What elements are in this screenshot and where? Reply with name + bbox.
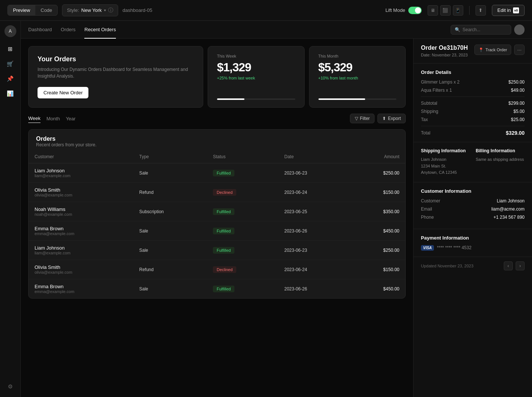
preview-tab[interactable]: Preview — [8, 5, 35, 15]
subnav-recent-orders[interactable]: Recent Orders — [84, 25, 116, 34]
billing-address: Same as shipping address — [476, 156, 525, 163]
orders-section: Orders Recent orders from your store. Cu… — [28, 129, 406, 299]
date-cell: 2023-06-24 — [278, 260, 348, 279]
type-cell: Refund — [133, 260, 207, 279]
filter-button[interactable]: ▽ Filter — [350, 114, 375, 123]
sidebar-item-shop[interactable]: 🛒 — [4, 58, 16, 70]
type-cell: Sale — [133, 241, 207, 260]
status-cell: Declined — [207, 260, 278, 279]
table-row[interactable]: Olivia Smith olivia@example.com Refund D… — [29, 260, 405, 279]
type-cell: Subscription — [133, 202, 207, 221]
this-week-progress — [217, 98, 295, 100]
col-type: Type — [133, 150, 207, 163]
amount-cell: $250.00 — [348, 241, 405, 260]
toolbar-separator — [469, 6, 470, 15]
status-badge: Fulfilled — [213, 247, 234, 254]
sub-nav-search: 🔍 — [451, 25, 525, 35]
amount-cell: $150.00 — [348, 260, 405, 279]
table-row[interactable]: Olivia Smith olivia@example.com Refund D… — [29, 183, 405, 202]
item-lamps-label: Glimmer Lamps x 2 — [421, 79, 460, 85]
this-month-change: +10% from last month — [318, 76, 397, 80]
tax-value: $25.00 — [511, 117, 525, 122]
search-icon: 🔍 — [455, 27, 460, 32]
lift-mode-toggle[interactable] — [408, 7, 422, 14]
order-id: Order Oe31b70H — [421, 45, 468, 51]
status-badge: Fulfilled — [213, 286, 234, 292]
customer-info-section: Customer Information Customer Liam Johns… — [413, 182, 532, 229]
track-order-button[interactable]: 📍 Track Order — [474, 45, 511, 55]
style-value-label: New York — [81, 7, 102, 13]
date-cell: 2023-06-26 — [278, 279, 348, 299]
updated-text: Updated November 23, 2023 — [421, 264, 473, 268]
lift-mode-control: Lift Mode — [385, 7, 421, 14]
total-divider — [421, 126, 525, 126]
shipping-row: Shipping $5.00 — [421, 109, 525, 114]
table-row[interactable]: Liam Johnson liam@example.com Sale Fulfi… — [29, 163, 405, 183]
style-selector[interactable]: Style: New York ▾ ⓘ — [62, 4, 118, 16]
sidebar-item-pin[interactable]: 📌 — [4, 73, 16, 85]
period-tab-month[interactable]: Month — [46, 114, 60, 123]
table-row[interactable]: Liam Johnson liam@example.com Sale Fulfi… — [29, 241, 405, 260]
share-button[interactable]: ⬆ — [476, 5, 486, 16]
sidebar-item-dashboard[interactable]: ⊞ — [4, 43, 16, 55]
subtotal-row: Subtotal $299.00 — [421, 101, 525, 106]
export-label: Export — [388, 116, 401, 121]
track-icon: 📍 — [479, 48, 484, 52]
status-badge: Fulfilled — [213, 170, 234, 176]
customer-name-row: Customer Liam Johnson — [421, 198, 525, 204]
billing-info-title: Billing Information — [476, 148, 525, 153]
orders-table-header-row: Customer Type Status Date Amount — [29, 150, 405, 163]
shipping-cost-value: $5.00 — [513, 109, 525, 114]
period-tab-year[interactable]: Year — [66, 114, 75, 123]
preview-code-toggle[interactable]: Preview Code — [7, 5, 58, 16]
export-button[interactable]: ⬆ Export — [377, 114, 406, 123]
this-month-value: $5,329 — [318, 61, 397, 74]
create-order-button[interactable]: Create New Order — [38, 87, 88, 98]
customer-phone-value: +1 234 567 890 — [493, 215, 525, 220]
next-order-button[interactable]: › — [516, 261, 525, 270]
customer-phone-row: Phone +1 234 567 890 — [421, 215, 525, 220]
status-badge: Declined — [213, 266, 236, 273]
customer-email-cell: liam@example.com — [35, 251, 127, 255]
payment-row: VISA **** **** **** 4532 — [421, 245, 525, 251]
order-id-section: Order Oe31b70H Date: November 23, 2023 — [421, 45, 468, 57]
amount-cell: $150.00 — [348, 183, 405, 202]
avatar: A — [4, 25, 16, 37]
mobile-view-icon[interactable]: 📱 — [453, 5, 463, 16]
left-panel: Your Orders Introducing Our Dynamic Orde… — [21, 39, 413, 397]
shipping-info-title: Shipping Information — [421, 148, 470, 153]
prev-order-button[interactable]: ‹ — [504, 261, 513, 270]
col-customer: Customer — [29, 150, 133, 163]
customer-name-cell: Olivia Smith — [35, 264, 127, 270]
customer-email-cell: olivia@example.com — [35, 270, 127, 274]
search-input[interactable] — [463, 27, 507, 32]
period-tab-week[interactable]: Week — [28, 114, 40, 123]
more-options-button[interactable]: ··· — [514, 45, 525, 55]
desktop-view-icon[interactable]: 🖥 — [428, 5, 438, 16]
subnav-dashboard[interactable]: Dashboard — [28, 25, 52, 34]
code-tab[interactable]: Code — [35, 5, 57, 15]
table-row[interactable]: Emma Brown emma@example.com Sale Fulfill… — [29, 221, 405, 241]
order-details-section: Order Details Glimmer Lamps x 2 $250.00 … — [413, 64, 532, 142]
period-tabs: Week Month Year ▽ Filter ⬆ Export — [28, 114, 406, 123]
orders-table-head: Customer Type Status Date Amount — [29, 150, 405, 163]
tablet-view-icon[interactable]: ⬛ — [440, 5, 451, 16]
hero-card: Your Orders Introducing Our Dynamic Orde… — [28, 46, 203, 108]
table-row[interactable]: Emma Brown emma@example.com Sale Fulfill… — [29, 279, 405, 299]
amount-cell: $450.00 — [348, 221, 405, 241]
shipping-cost-label: Shipping — [421, 109, 438, 114]
user-avatar[interactable] — [514, 25, 525, 35]
hero-description: Introducing Our Dynamic Orders Dashboard… — [38, 66, 194, 79]
orders-header: Orders Recent orders from your store. — [29, 130, 405, 150]
table-row[interactable]: Noah Williams noah@example.com Subscript… — [29, 202, 405, 221]
shipping-info: Shipping Information Liam Johnson1234 Ma… — [421, 148, 470, 176]
customer-email-cell: noah@example.com — [35, 212, 127, 217]
sidebar-item-chart[interactable]: 📊 — [4, 88, 16, 100]
this-week-value: $1,329 — [217, 61, 295, 74]
date-cell: 2023-06-23 — [278, 241, 348, 260]
subnav-orders[interactable]: Orders — [61, 25, 76, 34]
search-input-wrap[interactable]: 🔍 — [451, 25, 511, 35]
sidebar-item-settings[interactable]: ⚙ — [4, 381, 16, 393]
edit-in-v0-button[interactable]: Edit in v0 — [492, 5, 525, 16]
type-cell: Sale — [133, 221, 207, 241]
